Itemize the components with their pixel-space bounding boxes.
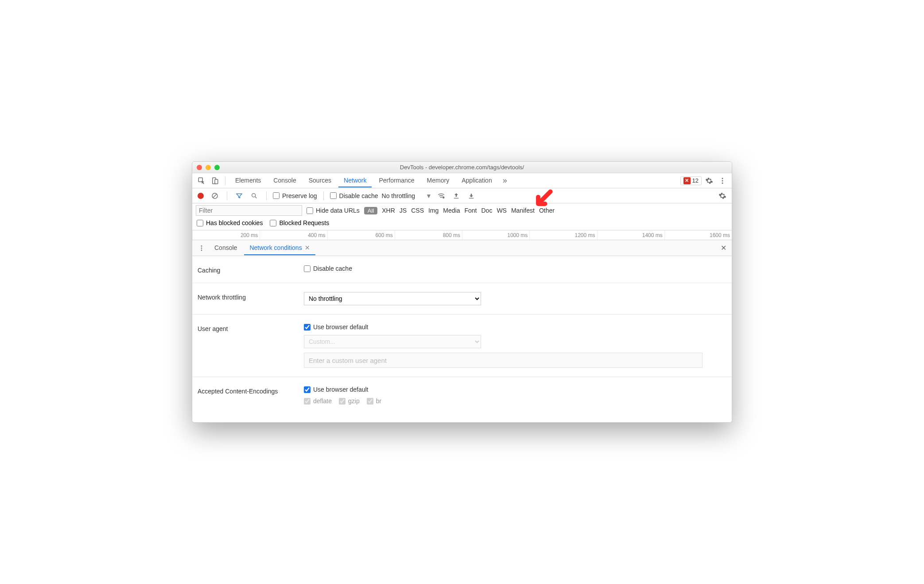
encodings-row: deflate gzip br bbox=[304, 397, 726, 405]
enc-use-default-checkbox[interactable]: Use browser default bbox=[304, 386, 726, 393]
filter-funnel-icon[interactable] bbox=[233, 190, 245, 202]
clear-icon[interactable] bbox=[209, 190, 221, 202]
traffic-lights bbox=[197, 165, 220, 170]
nc-disable-cache-input[interactable] bbox=[304, 265, 311, 272]
blocked-requests-checkbox[interactable]: Blocked Requests bbox=[270, 219, 329, 226]
close-tab-icon[interactable]: ✕ bbox=[305, 244, 310, 251]
main-tabbar: Elements Console Sources Network Perform… bbox=[192, 173, 732, 188]
enc-br-label: br bbox=[376, 397, 381, 405]
minimize-window-button[interactable] bbox=[206, 165, 211, 170]
drawer-kebab-icon[interactable] bbox=[196, 242, 207, 254]
svg-point-7 bbox=[252, 193, 256, 197]
ua-use-default-checkbox[interactable]: Use browser default bbox=[304, 323, 726, 331]
svg-rect-2 bbox=[215, 179, 218, 184]
download-har-icon[interactable] bbox=[466, 190, 477, 202]
enc-gzip-input bbox=[339, 398, 346, 405]
throttling-dropdown[interactable]: No throttling ▼ bbox=[382, 192, 432, 199]
device-toggle-icon[interactable] bbox=[209, 175, 221, 187]
settings-gear-icon[interactable] bbox=[703, 175, 715, 187]
ua-custom-input bbox=[304, 353, 703, 368]
nc-disable-cache-checkbox[interactable]: Disable cache bbox=[304, 265, 726, 272]
more-tabs-icon[interactable]: » bbox=[499, 175, 511, 187]
error-count: 12 bbox=[692, 177, 699, 184]
section-throttling: Network throttling No throttling bbox=[192, 283, 732, 315]
error-count-badge[interactable]: ✕ 12 bbox=[680, 176, 702, 185]
enc-use-default-input[interactable] bbox=[304, 386, 311, 393]
svg-point-11 bbox=[201, 245, 202, 247]
throttling-select[interactable]: No throttling bbox=[304, 292, 481, 305]
filter-type-js[interactable]: JS bbox=[400, 207, 407, 214]
filter-type-doc[interactable]: Doc bbox=[481, 207, 492, 214]
hide-data-urls-label: Hide data URLs bbox=[316, 207, 360, 214]
throttling-value: No throttling bbox=[382, 192, 415, 199]
zoom-window-button[interactable] bbox=[214, 165, 220, 170]
enc-gzip-label: gzip bbox=[348, 397, 360, 405]
has-blocked-cookies-checkbox[interactable]: Has blocked cookies bbox=[197, 219, 263, 226]
tab-sources[interactable]: Sources bbox=[303, 174, 337, 187]
hide-data-urls-input[interactable] bbox=[307, 207, 313, 214]
disable-cache-input[interactable] bbox=[330, 192, 337, 199]
drawer-close-icon[interactable]: ✕ bbox=[721, 244, 726, 252]
filter-type-img[interactable]: Img bbox=[428, 207, 439, 214]
svg-point-13 bbox=[201, 249, 202, 251]
divider bbox=[225, 176, 225, 185]
filter-type-ws[interactable]: WS bbox=[497, 207, 507, 214]
search-icon[interactable] bbox=[248, 190, 260, 202]
filter-all-pill[interactable]: All bbox=[364, 207, 377, 214]
tab-memory[interactable]: Memory bbox=[422, 174, 455, 187]
close-window-button[interactable] bbox=[197, 165, 202, 170]
enc-deflate-checkbox: deflate bbox=[304, 397, 332, 405]
tab-console[interactable]: Console bbox=[268, 174, 301, 187]
preserve-log-input[interactable] bbox=[273, 192, 280, 199]
tab-network[interactable]: Network bbox=[338, 174, 372, 187]
upload-har-icon[interactable] bbox=[450, 190, 462, 202]
section-user-agent: User agent Use browser default Custom... bbox=[192, 315, 732, 377]
timeline-tick: 1000 ms bbox=[462, 230, 529, 240]
filter-type-font[interactable]: Font bbox=[464, 207, 477, 214]
timeline-ruler[interactable]: 200 ms 400 ms 600 ms 800 ms 1000 ms 1200… bbox=[192, 230, 732, 240]
network-conditions-icon[interactable] bbox=[435, 190, 447, 202]
filter-type-manifest[interactable]: Manifest bbox=[511, 207, 535, 214]
filter-type-xhr[interactable]: XHR bbox=[382, 207, 395, 214]
encodings-label: Accepted Content-Encodings bbox=[198, 386, 304, 395]
network-toolbar: Preserve log Disable cache No throttling… bbox=[192, 188, 732, 203]
ua-use-default-input[interactable] bbox=[304, 324, 311, 331]
ua-use-default-label: Use browser default bbox=[313, 323, 369, 331]
drawer-tab-console[interactable]: Console bbox=[209, 241, 242, 255]
svg-point-12 bbox=[201, 247, 202, 249]
tab-performance[interactable]: Performance bbox=[373, 174, 419, 187]
panel-settings-gear-icon[interactable] bbox=[717, 190, 728, 202]
hide-data-urls-checkbox[interactable]: Hide data URLs bbox=[307, 207, 360, 214]
titlebar: DevTools - developer.chrome.com/tags/dev… bbox=[192, 162, 732, 173]
filter-type-media[interactable]: Media bbox=[443, 207, 460, 214]
blocked-requests-input[interactable] bbox=[270, 220, 276, 226]
timeline-tick: 400 ms bbox=[260, 230, 327, 240]
ua-preset-select: Custom... bbox=[304, 335, 481, 348]
disable-cache-checkbox[interactable]: Disable cache bbox=[330, 192, 378, 199]
timeline-tick: 800 ms bbox=[395, 230, 462, 240]
tab-elements[interactable]: Elements bbox=[230, 174, 266, 187]
inspect-element-icon[interactable] bbox=[196, 175, 207, 187]
dropdown-caret-icon: ▼ bbox=[426, 192, 432, 199]
divider bbox=[266, 191, 267, 200]
preserve-log-label: Preserve log bbox=[282, 192, 317, 199]
divider bbox=[323, 191, 324, 200]
user-agent-label: User agent bbox=[198, 323, 304, 332]
nc-disable-cache-label: Disable cache bbox=[313, 265, 352, 272]
svg-rect-10 bbox=[469, 198, 474, 198]
preserve-log-checkbox[interactable]: Preserve log bbox=[273, 192, 317, 199]
devtools-window: DevTools - developer.chrome.com/tags/dev… bbox=[192, 161, 732, 423]
divider bbox=[227, 191, 227, 200]
record-button[interactable] bbox=[198, 193, 204, 199]
filter-type-other[interactable]: Other bbox=[539, 207, 555, 214]
filter-type-css[interactable]: CSS bbox=[411, 207, 424, 214]
filter-input[interactable] bbox=[196, 205, 302, 216]
svg-point-3 bbox=[722, 178, 723, 179]
disable-cache-label: Disable cache bbox=[339, 192, 378, 199]
timeline-tick: 600 ms bbox=[327, 230, 395, 240]
tab-application[interactable]: Application bbox=[456, 174, 497, 187]
kebab-menu-icon[interactable] bbox=[717, 175, 728, 187]
has-blocked-cookies-input[interactable] bbox=[197, 220, 203, 226]
drawer-tab-network-conditions[interactable]: Network conditions ✕ bbox=[244, 241, 315, 255]
caching-label: Caching bbox=[198, 265, 304, 274]
